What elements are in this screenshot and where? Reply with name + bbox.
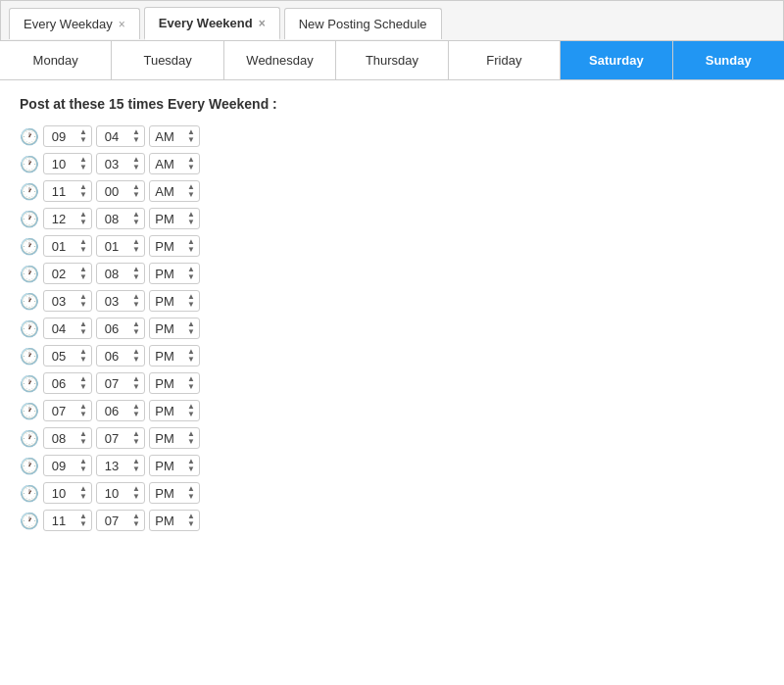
- hour-arrows-6[interactable]: ▲▼: [79, 293, 87, 309]
- ampm-spinner-13[interactable]: PM▲▼: [149, 482, 200, 504]
- hour-arrows-14[interactable]: ▲▼: [79, 513, 87, 528]
- minute-spinner-2[interactable]: 00▲▼: [96, 180, 145, 202]
- ampm-arrows-14[interactable]: ▲▼: [187, 513, 195, 528]
- hour-arrows-8[interactable]: ▲▼: [79, 348, 87, 364]
- ampm-spinner-7[interactable]: PM▲▼: [149, 318, 200, 339]
- tab-close-every-weekday[interactable]: ×: [119, 18, 125, 31]
- minute-spinner-11[interactable]: 07▲▼: [96, 427, 145, 449]
- hour-spinner-3[interactable]: 12▲▼: [43, 208, 92, 229]
- minute-arrows-0[interactable]: ▲▼: [132, 128, 140, 144]
- ampm-spinner-4[interactable]: PM▲▼: [149, 235, 200, 257]
- minute-spinner-10[interactable]: 06▲▼: [96, 400, 145, 421]
- tab-every-weekday[interactable]: Every Weekday×: [9, 8, 140, 39]
- ampm-arrows-10[interactable]: ▲▼: [187, 403, 195, 418]
- hour-spinner-1[interactable]: 10▲▼: [43, 153, 92, 174]
- minute-arrows-12[interactable]: ▲▼: [132, 458, 140, 473]
- hour-spinner-13[interactable]: 10▲▼: [43, 482, 92, 504]
- ampm-arrows-1[interactable]: ▲▼: [187, 156, 195, 171]
- hour-arrows-9[interactable]: ▲▼: [79, 375, 87, 391]
- minute-spinner-3[interactable]: 08▲▼: [96, 208, 145, 229]
- ampm-spinner-8[interactable]: PM▲▼: [149, 345, 200, 367]
- minute-arrows-1[interactable]: ▲▼: [132, 156, 140, 171]
- day-tab-monday[interactable]: Monday: [0, 41, 112, 79]
- hour-spinner-9[interactable]: 06▲▼: [43, 372, 92, 394]
- minute-arrows-6[interactable]: ▲▼: [132, 293, 140, 309]
- ampm-spinner-11[interactable]: PM▲▼: [149, 427, 200, 449]
- ampm-arrows-0[interactable]: ▲▼: [187, 128, 195, 144]
- tab-new-posting[interactable]: New Posting Schedule: [284, 8, 442, 39]
- minute-arrows-5[interactable]: ▲▼: [132, 266, 140, 281]
- ampm-spinner-5[interactable]: PM▲▼: [149, 263, 200, 284]
- day-tab-saturday[interactable]: Saturday: [561, 41, 672, 79]
- hour-arrows-10[interactable]: ▲▼: [79, 403, 87, 418]
- ampm-spinner-1[interactable]: AM▲▼: [149, 153, 200, 174]
- ampm-arrows-8[interactable]: ▲▼: [187, 348, 195, 364]
- minute-spinner-6[interactable]: 03▲▼: [96, 290, 145, 312]
- hour-arrows-7[interactable]: ▲▼: [79, 320, 87, 336]
- ampm-arrows-6[interactable]: ▲▼: [187, 293, 195, 309]
- ampm-spinner-9[interactable]: PM▲▼: [149, 372, 200, 394]
- minute-spinner-7[interactable]: 06▲▼: [96, 318, 145, 339]
- ampm-arrows-4[interactable]: ▲▼: [187, 238, 195, 254]
- ampm-arrows-3[interactable]: ▲▼: [187, 211, 195, 226]
- day-tab-friday[interactable]: Friday: [449, 41, 561, 79]
- hour-spinner-2[interactable]: 11▲▼: [43, 180, 92, 202]
- minute-arrows-8[interactable]: ▲▼: [132, 348, 140, 364]
- minute-arrows-7[interactable]: ▲▼: [132, 320, 140, 336]
- hour-arrows-13[interactable]: ▲▼: [79, 485, 87, 501]
- minute-arrows-14[interactable]: ▲▼: [132, 513, 140, 528]
- hour-arrows-11[interactable]: ▲▼: [79, 430, 87, 446]
- tab-close-every-weekend[interactable]: ×: [259, 17, 266, 30]
- ampm-arrows-7[interactable]: ▲▼: [187, 320, 195, 336]
- minute-spinner-4[interactable]: 01▲▼: [96, 235, 145, 257]
- hour-spinner-7[interactable]: 04▲▼: [43, 318, 92, 339]
- ampm-spinner-12[interactable]: PM▲▼: [149, 455, 200, 476]
- minute-spinner-14[interactable]: 07▲▼: [96, 510, 145, 531]
- hour-arrows-5[interactable]: ▲▼: [79, 266, 87, 281]
- hour-spinner-12[interactable]: 09▲▼: [43, 455, 92, 476]
- ampm-spinner-10[interactable]: PM▲▼: [149, 400, 200, 421]
- day-tab-wednesday[interactable]: Wednesday: [224, 41, 336, 79]
- hour-spinner-5[interactable]: 02▲▼: [43, 263, 92, 284]
- hour-spinner-11[interactable]: 08▲▼: [43, 427, 92, 449]
- ampm-arrows-2[interactable]: ▲▼: [187, 183, 195, 199]
- ampm-spinner-0[interactable]: AM▲▼: [149, 125, 200, 147]
- minute-spinner-8[interactable]: 06▲▼: [96, 345, 145, 367]
- minute-spinner-13[interactable]: 10▲▼: [96, 482, 145, 504]
- ampm-spinner-2[interactable]: AM▲▼: [149, 180, 200, 202]
- hour-spinner-10[interactable]: 07▲▼: [43, 400, 92, 421]
- minute-spinner-1[interactable]: 03▲▼: [96, 153, 145, 174]
- day-tab-tuesday[interactable]: Tuesday: [112, 41, 223, 79]
- minute-spinner-9[interactable]: 07▲▼: [96, 372, 145, 394]
- hour-spinner-0[interactable]: 09▲▼: [43, 125, 92, 147]
- hour-spinner-8[interactable]: 05▲▼: [43, 345, 92, 367]
- minute-arrows-10[interactable]: ▲▼: [132, 403, 140, 418]
- ampm-spinner-6[interactable]: PM▲▼: [149, 290, 200, 312]
- hour-spinner-4[interactable]: 01▲▼: [43, 235, 92, 257]
- ampm-arrows-11[interactable]: ▲▼: [187, 430, 195, 446]
- hour-arrows-4[interactable]: ▲▼: [79, 238, 87, 254]
- minute-arrows-13[interactable]: ▲▼: [132, 485, 140, 501]
- minute-arrows-9[interactable]: ▲▼: [132, 375, 140, 391]
- ampm-spinner-3[interactable]: PM▲▼: [149, 208, 200, 229]
- hour-arrows-12[interactable]: ▲▼: [79, 458, 87, 473]
- tab-every-weekend[interactable]: Every Weekend×: [144, 7, 280, 40]
- minute-spinner-12[interactable]: 13▲▼: [96, 455, 145, 476]
- hour-arrows-1[interactable]: ▲▼: [79, 156, 87, 171]
- minute-arrows-3[interactable]: ▲▼: [132, 211, 140, 226]
- minute-arrows-4[interactable]: ▲▼: [132, 238, 140, 254]
- minute-spinner-5[interactable]: 08▲▼: [96, 263, 145, 284]
- hour-arrows-0[interactable]: ▲▼: [79, 128, 87, 144]
- ampm-arrows-5[interactable]: ▲▼: [187, 266, 195, 281]
- ampm-arrows-13[interactable]: ▲▼: [187, 485, 195, 501]
- minute-arrows-2[interactable]: ▲▼: [132, 183, 140, 199]
- minute-spinner-0[interactable]: 04▲▼: [96, 125, 145, 147]
- hour-arrows-3[interactable]: ▲▼: [79, 211, 87, 226]
- ampm-arrows-9[interactable]: ▲▼: [187, 375, 195, 391]
- hour-arrows-2[interactable]: ▲▼: [79, 183, 87, 199]
- day-tab-sunday[interactable]: Sunday: [673, 41, 784, 79]
- minute-arrows-11[interactable]: ▲▼: [132, 430, 140, 446]
- hour-spinner-14[interactable]: 11▲▼: [43, 510, 92, 531]
- ampm-spinner-14[interactable]: PM▲▼: [149, 510, 200, 531]
- day-tab-thursday[interactable]: Thursday: [336, 41, 448, 79]
